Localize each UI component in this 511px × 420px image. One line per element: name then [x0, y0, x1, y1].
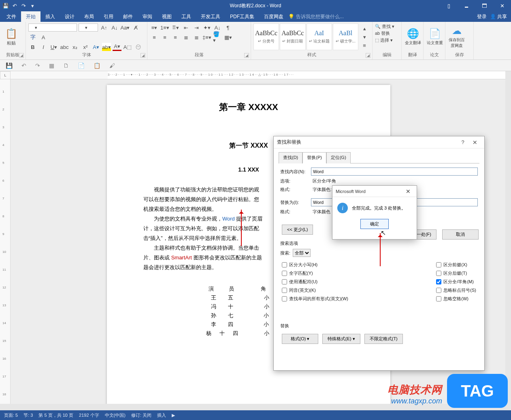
- paste-icon-2[interactable]: 📋: [94, 62, 100, 69]
- chk-wildcards[interactable]: 使用通配符(U): [282, 279, 348, 285]
- tab-file[interactable]: 文件: [2, 11, 21, 22]
- save-icon[interactable]: 💾: [2, 2, 9, 9]
- save-cloud-button[interactable]: ☁保存到百度网盘: [448, 23, 466, 50]
- indent-inc-icon[interactable]: ⇥: [192, 23, 201, 32]
- undo-icon[interactable]: ↶: [11, 2, 18, 9]
- translate-button[interactable]: 🌐全文翻译: [404, 23, 422, 50]
- style-item-3[interactable]: AaBl↵ 硕士学...: [333, 23, 358, 50]
- multilevel-icon[interactable]: ⠿▾: [171, 23, 180, 32]
- highlight-icon[interactable]: ab▾: [102, 43, 111, 51]
- font-size-combo[interactable]: ▾: [79, 23, 98, 32]
- phonetic-icon[interactable]: 字: [28, 33, 37, 41]
- align-right-icon[interactable]: ≡: [171, 33, 180, 41]
- tab-design[interactable]: 设计: [60, 11, 79, 22]
- align-center-icon[interactable]: ≡: [160, 33, 169, 41]
- align-left-icon[interactable]: ≡: [150, 33, 159, 41]
- asian-layout-icon[interactable]: ✦▾: [202, 23, 211, 32]
- noformat-button[interactable]: 不限定格式(T): [364, 334, 403, 344]
- status-page[interactable]: 页面: 5: [4, 412, 18, 418]
- font-color-icon[interactable]: A▾: [113, 43, 121, 51]
- style-item-2[interactable]: AaI↵ 论文标题: [307, 23, 332, 50]
- superscript-icon[interactable]: x²: [81, 43, 90, 51]
- grow-font-icon[interactable]: A↑: [100, 23, 109, 32]
- format-painter-icon[interactable]: 🖌: [109, 62, 115, 69]
- sort-icon[interactable]: A↓: [213, 23, 222, 32]
- tab-baidu[interactable]: 百度网盘: [259, 11, 288, 22]
- tell-me-search[interactable]: 💡 告诉我您想要做什么...: [288, 13, 344, 20]
- maximize-icon[interactable]: 🗖: [475, 0, 493, 11]
- copy-icon[interactable]: 📄: [78, 62, 85, 69]
- chk-wordforms[interactable]: 查找单词的所有形式(英文)(W): [282, 296, 348, 302]
- chk-suffix[interactable]: 区分后缀(T): [436, 270, 476, 276]
- status-pages[interactable]: 第 5 页，共 10 页: [38, 412, 73, 418]
- login-link[interactable]: 登录: [477, 13, 487, 20]
- dialog-close-icon[interactable]: ✕: [469, 139, 481, 146]
- table-icon[interactable]: ▦: [49, 62, 54, 69]
- qat-more-icon[interactable]: ▾: [29, 2, 36, 9]
- status-words[interactable]: 2192 个字: [79, 412, 99, 418]
- tab-tools[interactable]: 工具: [177, 11, 196, 22]
- style-gallery[interactable]: AaBbCc↵ 分类号 AaBbCc↵ 封面日期 AaI↵ 论文标题 AaBl↵…: [253, 23, 370, 50]
- line-spacing-icon[interactable]: ‡≡▾: [202, 33, 211, 41]
- tab-review[interactable]: 审阅: [138, 11, 157, 22]
- tab-view[interactable]: 视图: [157, 11, 177, 22]
- find-button[interactable]: 🔍 查找 ▾: [375, 23, 399, 30]
- subscript-icon[interactable]: x₂: [70, 43, 79, 51]
- underline-icon[interactable]: U▾: [49, 43, 58, 51]
- replace-button[interactable]: ab 替换: [375, 30, 399, 36]
- tab-home[interactable]: 开始: [21, 11, 40, 22]
- paragraph-launcher-icon[interactable]: ◢: [244, 53, 249, 58]
- bold-icon[interactable]: B: [28, 43, 37, 51]
- strike-icon[interactable]: abc: [60, 43, 69, 51]
- tab-references[interactable]: 引用: [99, 11, 118, 22]
- status-insert[interactable]: 插入: [157, 412, 166, 418]
- clear-format-icon[interactable]: A̸: [131, 23, 140, 32]
- message-box[interactable]: Microsoft Word ✕ i 全部完成。完成 3 处替换。 确定: [332, 185, 417, 240]
- enclose-icon[interactable]: ㊀: [134, 43, 143, 51]
- bullets-icon[interactable]: ≡▾: [150, 23, 159, 32]
- chk-sounds[interactable]: 同音(英文)(K): [282, 287, 348, 293]
- undo-icon-2[interactable]: ↶: [21, 62, 26, 69]
- msgbox-ok-button[interactable]: 确定: [360, 219, 389, 229]
- select-button[interactable]: ⬚ 选择 ▾: [375, 37, 399, 43]
- status-macro-icon[interactable]: ▶: [172, 413, 175, 418]
- paste-button[interactable]: 📋 粘贴: [2, 23, 20, 50]
- share-button[interactable]: 👤 共享: [490, 13, 507, 20]
- italic-icon[interactable]: I: [39, 43, 48, 51]
- clipboard-launcher-icon[interactable]: ◢: [19, 53, 24, 58]
- indent-dec-icon[interactable]: ⇤: [181, 23, 190, 32]
- chk-ignore-space[interactable]: 忽略空格(W): [436, 296, 476, 302]
- enclose-char-icon[interactable]: A: [39, 33, 48, 41]
- chk-ignore-punct[interactable]: 忽略标点符号(S): [436, 287, 476, 293]
- less-button[interactable]: << 更少(L): [282, 225, 313, 235]
- close-icon[interactable]: ✕: [493, 0, 511, 11]
- style-item-0[interactable]: AaBbCc↵ 分类号: [253, 23, 279, 50]
- tab-insert[interactable]: 插入: [40, 11, 60, 22]
- status-lang[interactable]: 中文(中国): [105, 412, 126, 418]
- redo-icon[interactable]: ↷: [20, 2, 27, 9]
- chk-wholeword[interactable]: 全字匹配(Y): [282, 270, 348, 276]
- vertical-ruler[interactable]: 1 2 3 4 5 6 7 8 9 10 11 12 13 14 15 16 1…: [0, 79, 11, 404]
- save-icon-2[interactable]: 💾: [6, 62, 13, 69]
- styles-launcher-icon[interactable]: ◢: [366, 53, 370, 58]
- tab-layout[interactable]: 布局: [79, 11, 99, 22]
- cancel-button[interactable]: 取消: [442, 229, 479, 240]
- ribbon-display-icon[interactable]: ▯: [440, 0, 458, 11]
- format-button[interactable]: 格式(O) ▾: [282, 334, 318, 344]
- char-shading-icon[interactable]: A⬚: [123, 43, 132, 51]
- find-what-input[interactable]: [311, 168, 478, 176]
- text-effects-icon[interactable]: A▾: [92, 43, 100, 51]
- shading-icon[interactable]: 🪣▾: [213, 33, 222, 41]
- chk-prefix[interactable]: 区分前缀(X): [436, 262, 476, 268]
- style-more-icon[interactable]: ≡: [360, 41, 369, 49]
- status-track[interactable]: 修订: 关闭: [131, 412, 151, 418]
- show-marks-icon[interactable]: ¶: [224, 23, 232, 32]
- dialog-tab-find[interactable]: 查找(D): [279, 152, 302, 163]
- borders-icon[interactable]: ▦▾: [224, 33, 232, 41]
- numbering-icon[interactable]: 1≡▾: [160, 23, 169, 32]
- chk-case[interactable]: 区分大小写(H): [282, 262, 348, 268]
- dialog-titlebar[interactable]: 查找和替换 ? ✕: [274, 136, 484, 148]
- tab-pdf[interactable]: PDF工具集: [225, 11, 259, 22]
- style-scroll-up-icon[interactable]: ▴: [360, 24, 369, 32]
- search-direction-select[interactable]: 全部: [293, 249, 311, 257]
